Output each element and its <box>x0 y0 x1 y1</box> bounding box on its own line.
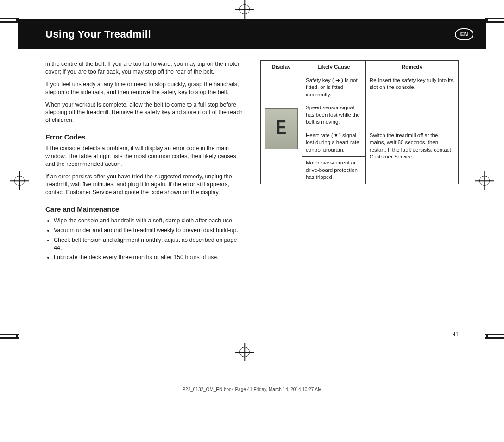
list-item: Lubricate the deck every three months or… <box>54 253 244 261</box>
body-text: When your workout is complete, allow the… <box>45 101 244 125</box>
body-text: in the centre of the belt. If you are to… <box>45 60 244 76</box>
cause-cell: Safety key ( ➜ ) is not fitted, or is fi… <box>302 74 366 101</box>
registration-mark-icon <box>235 0 254 19</box>
left-column: in the centre of the belt. If you are to… <box>45 60 244 263</box>
right-column: Display Likely Cause Remedy E Safety key… <box>260 60 459 263</box>
maintenance-list: Wipe the console and handrails with a so… <box>54 217 244 261</box>
registration-mark-icon <box>235 343 254 361</box>
list-item: Check belt tension and alignment monthly… <box>54 236 244 252</box>
remedy-cell: Switch the treadmill off at the mains, w… <box>365 129 458 184</box>
body-text: If the console detects a problem, it wil… <box>45 145 244 168</box>
language-badge: EN <box>455 28 473 40</box>
cause-cell: Motor over-current or drive-board protec… <box>302 157 366 184</box>
list-item: Wipe the console and handrails with a so… <box>54 217 244 225</box>
troubleshooting-table: Display Likely Cause Remedy E Safety key… <box>260 60 459 184</box>
print-footer: P22_0132_OM_EN.book Page 41 Friday, Marc… <box>182 387 321 392</box>
section-heading: Care and Maintenance <box>45 205 244 214</box>
page-body: in the centre of the belt. If you are to… <box>18 49 486 346</box>
table-header: Remedy <box>365 61 458 74</box>
table-header: Likely Cause <box>302 61 366 74</box>
page-number: 41 <box>453 331 459 338</box>
lcd-error-icon: E <box>265 108 298 149</box>
error-code-label: E <box>276 114 286 143</box>
remedy-cell: Re-insert the safety key fully into its … <box>365 74 458 129</box>
page-header: Using Your Treadmill EN <box>18 19 486 49</box>
error-display-cell: E <box>261 74 302 184</box>
body-text: If you feel unsteady at any time or need… <box>45 81 244 96</box>
cause-cell: Speed sensor signal has been lost while … <box>302 101 366 129</box>
body-text: If an error persists after you have trie… <box>45 173 244 196</box>
section-heading: Error Codes <box>45 133 244 142</box>
page-title: Using Your Treadmill <box>45 28 151 40</box>
table-row: E Safety key ( ➜ ) is not fitted, or is … <box>261 74 459 101</box>
cause-cell: Heart-rate ( ♥ ) signal lost during a he… <box>302 129 366 157</box>
table-header: Display <box>261 61 302 74</box>
list-item: Vacuum under and around the treadmill we… <box>54 227 244 234</box>
